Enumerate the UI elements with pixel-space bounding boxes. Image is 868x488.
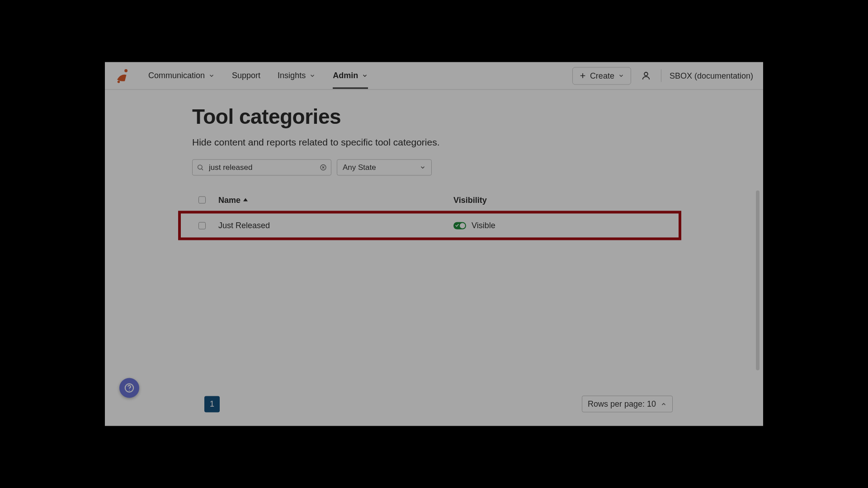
row-checkbox[interactable] bbox=[198, 222, 206, 229]
nav-items: Communication Support Insights Admin bbox=[148, 63, 368, 89]
nav-communication-label: Communication bbox=[148, 71, 205, 80]
create-label: Create bbox=[590, 71, 614, 80]
rows-per-page-select[interactable]: Rows per page: 10 bbox=[582, 396, 673, 413]
tenant-label: SBOX (documentation) bbox=[670, 71, 753, 80]
select-all-checkbox[interactable] bbox=[198, 197, 206, 204]
row-name-cell: Just Released bbox=[218, 221, 453, 230]
chevron-down-icon bbox=[208, 72, 215, 79]
nav-insights-label: Insights bbox=[278, 71, 306, 80]
svg-point-1 bbox=[118, 80, 120, 83]
nav-communication[interactable]: Communication bbox=[148, 63, 215, 89]
help-fab[interactable] bbox=[119, 378, 139, 398]
chevron-down-icon bbox=[309, 72, 316, 79]
svg-point-11 bbox=[129, 390, 130, 391]
scrollbar-track[interactable] bbox=[756, 191, 760, 371]
visibility-toggle[interactable] bbox=[453, 222, 466, 229]
column-visibility-label: Visibility bbox=[453, 195, 487, 204]
chevron-up-icon bbox=[660, 401, 667, 407]
pagination-footer: 1 Rows per page: 10 bbox=[105, 396, 763, 413]
state-filter-select[interactable]: Any State bbox=[337, 160, 432, 176]
header-checkbox-cell bbox=[198, 197, 218, 204]
nav-support[interactable]: Support bbox=[232, 63, 260, 89]
column-name-header[interactable]: Name bbox=[218, 195, 453, 205]
plus-icon bbox=[579, 72, 586, 80]
row-visibility-cell: Visible bbox=[453, 221, 495, 230]
user-profile-button[interactable] bbox=[639, 69, 653, 83]
nav-admin[interactable]: Admin bbox=[333, 63, 368, 89]
search-wrapper bbox=[192, 160, 331, 176]
page-number-label: 1 bbox=[210, 399, 214, 409]
page-subtitle: Hide content and reports related to spec… bbox=[192, 137, 676, 148]
question-icon bbox=[124, 383, 134, 393]
divider bbox=[661, 70, 661, 82]
table-row[interactable]: Just Released Visible bbox=[181, 214, 679, 238]
check-icon bbox=[455, 223, 459, 227]
svg-line-6 bbox=[202, 169, 203, 170]
chevron-down-icon bbox=[362, 72, 368, 79]
nav-admin-label: Admin bbox=[333, 71, 358, 80]
sort-asc-icon bbox=[243, 198, 248, 202]
filter-bar: Any State bbox=[192, 160, 676, 176]
visibility-label: Visible bbox=[472, 221, 495, 230]
nav-support-label: Support bbox=[232, 71, 260, 80]
svg-point-0 bbox=[124, 69, 127, 72]
app-window: Communication Support Insights Admin Cre… bbox=[105, 62, 763, 426]
column-visibility-header[interactable]: Visibility bbox=[453, 195, 487, 205]
search-input[interactable] bbox=[192, 160, 331, 176]
top-nav: Communication Support Insights Admin Cre… bbox=[105, 62, 763, 90]
column-name-label: Name bbox=[218, 195, 241, 205]
brand-logo[interactable] bbox=[115, 67, 130, 84]
nav-right-group: Create SBOX (documentation) bbox=[572, 67, 753, 84]
chevron-down-icon bbox=[618, 73, 624, 79]
highlighted-row-annotation: Just Released Visible bbox=[178, 211, 681, 240]
clear-search-icon[interactable] bbox=[320, 164, 327, 171]
svg-point-4 bbox=[644, 72, 648, 76]
state-filter-label: Any State bbox=[343, 163, 376, 172]
chevron-down-icon bbox=[420, 164, 426, 171]
main-content: Tool categories Hide content and reports… bbox=[105, 90, 763, 240]
page-title: Tool categories bbox=[192, 104, 676, 129]
create-button[interactable]: Create bbox=[572, 67, 631, 84]
rows-per-page-label: Rows per page: 10 bbox=[588, 399, 656, 409]
page-1-button[interactable]: 1 bbox=[204, 396, 220, 412]
table-body: Just Released Visible bbox=[192, 211, 676, 240]
search-icon bbox=[197, 164, 204, 171]
nav-insights[interactable]: Insights bbox=[278, 63, 316, 89]
table-header: Name Visibility bbox=[192, 192, 676, 208]
user-icon bbox=[641, 71, 651, 81]
tenant-switcher[interactable]: SBOX (documentation) bbox=[670, 71, 753, 80]
row-checkbox-cell bbox=[198, 222, 218, 229]
svg-point-5 bbox=[198, 165, 202, 169]
